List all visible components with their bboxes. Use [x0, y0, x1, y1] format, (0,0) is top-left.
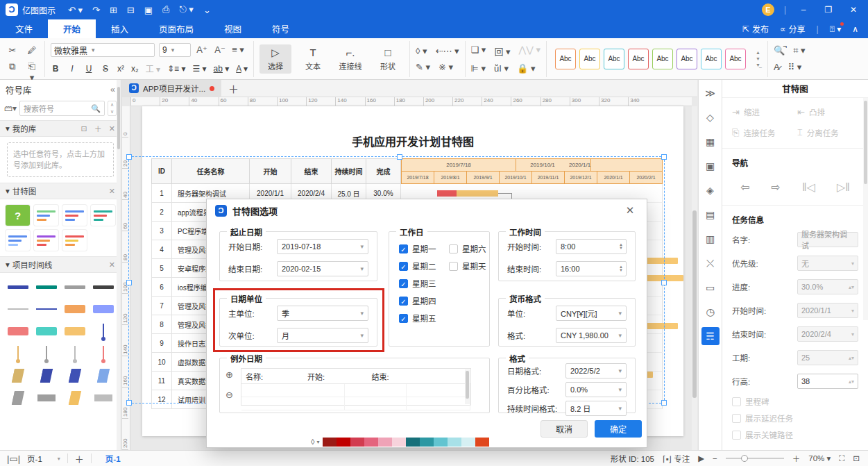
format-select[interactable]: 8.2 日▾ — [565, 401, 627, 416]
customize-toolbar-icon[interactable]: ⌄ — [203, 5, 211, 15]
navigation-arrow-icon[interactable]: ▷‖ — [837, 181, 850, 194]
fill-color-icon[interactable]: ◊ ▾ — [416, 46, 427, 56]
end-date-select[interactable]: 2020-02-15▾ — [277, 261, 368, 276]
distribute-icon[interactable]: ṻI ▾ — [494, 63, 509, 74]
dialog-close-icon[interactable]: ✕ — [622, 204, 638, 217]
style-swatch[interactable]: Abc — [652, 49, 673, 69]
color-swatch[interactable] — [323, 438, 337, 447]
right-strip-icon[interactable]: ▣ — [701, 157, 720, 175]
checkbox-icon[interactable]: ✓ — [399, 297, 408, 306]
font-size-select[interactable]: 9▾ — [159, 43, 191, 57]
library-menu-icon[interactable]: 🗃▾ — [4, 103, 17, 113]
color-dropdown-icon[interactable]: ▾ — [316, 439, 319, 445]
font-family-select[interactable]: 微软雅黑▾ — [51, 43, 155, 57]
copy-icon[interactable]: ⧉ — [6, 61, 19, 72]
italic-button[interactable]: I — [67, 64, 77, 74]
right-strip-icon[interactable]: ▭ — [701, 278, 720, 297]
timeline-symbol-thumbnail[interactable] — [34, 299, 58, 319]
color-swatch[interactable] — [475, 438, 489, 447]
increase-font-icon[interactable]: A⁺ — [195, 44, 209, 56]
menu-tab[interactable]: 页面布局 — [144, 19, 209, 38]
gallery-down-icon[interactable]: ▼ — [756, 56, 760, 61]
align-icon[interactable]: ≡ ▾ — [231, 44, 245, 56]
timeline-symbol-thumbnail[interactable] — [6, 366, 30, 385]
style-swatch[interactable]: Abc — [604, 49, 624, 69]
scroll-down-icon[interactable]: ∨ — [108, 108, 116, 115]
zoom-out-icon[interactable]: − — [713, 454, 717, 463]
weekend-checkbox-row[interactable]: 星期天 — [449, 260, 486, 272]
user-avatar[interactable]: E — [762, 3, 774, 16]
gantt-symbol-thumbnail[interactable] — [6, 230, 30, 251]
task-info-control[interactable]: 2020/2/4 ▾ — [797, 326, 858, 342]
print-icon[interactable]: ⎙ — [162, 4, 169, 15]
color-swatch[interactable] — [434, 438, 448, 447]
timeline-symbol-thumbnail[interactable] — [34, 277, 58, 297]
gantt-symbol-thumbnail[interactable] — [62, 230, 87, 251]
help-button[interactable]: ⍰ ▾ — [830, 24, 842, 34]
style-swatch[interactable]: Abc — [628, 49, 649, 69]
color-swatch[interactable] — [392, 438, 406, 447]
right-strip-icon[interactable]: ◇ — [701, 108, 720, 126]
find-replace-icon[interactable]: 🔍̚ — [774, 45, 785, 56]
highlight-button[interactable]: ab ▾ — [214, 64, 230, 74]
color-swatch[interactable] — [350, 438, 364, 447]
minor-unit-select[interactable]: 月▾ — [277, 328, 368, 343]
timeline-symbol-thumbnail[interactable] — [91, 277, 115, 297]
workday-checkbox-row[interactable]: ✓ 星期二 — [399, 260, 436, 272]
bold-button[interactable]: B — [51, 64, 60, 74]
timeline-symbol-thumbnail[interactable] — [6, 388, 30, 408]
task-structure-button[interactable]: ⇥ 缩进 — [732, 106, 793, 117]
zoom-slider[interactable] — [726, 458, 784, 459]
timeline-symbol-thumbnail[interactable] — [91, 299, 115, 319]
gallery-more-icon[interactable]: ▼̲ — [756, 63, 760, 67]
task-option-checkbox[interactable]: 里程碑 — [732, 396, 858, 407]
style-swatch[interactable]: Abc — [555, 49, 576, 69]
checkbox-icon[interactable] — [732, 414, 741, 423]
lock-icon[interactable]: 🔒 ▾ — [517, 63, 535, 74]
superscript-button[interactable]: x² — [117, 64, 124, 74]
add-exception-icon[interactable]: ⊕ — [225, 369, 233, 380]
underline-button[interactable]: U — [84, 64, 94, 74]
minimize-button[interactable]: – — [796, 5, 811, 15]
align-objects-icon[interactable]: ⊫ ▾ — [471, 63, 486, 74]
task-info-control[interactable]: 2020/1/1 ▾ — [797, 303, 858, 318]
right-strip-icon[interactable]: ◈ — [701, 181, 720, 199]
menu-tab[interactable]: 视图 — [209, 19, 257, 38]
checkbox-icon[interactable] — [449, 244, 458, 253]
right-strip-icon[interactable]: ⤬ — [701, 254, 720, 272]
workday-checkbox-row[interactable]: ✓ 星期一 — [399, 243, 436, 254]
checkbox-icon[interactable]: ✓ — [399, 262, 408, 271]
sidebar-scrollbar[interactable] — [117, 80, 121, 450]
right-strip-icon[interactable]: ▤ — [701, 206, 720, 224]
task-structure-button[interactable]: ⌶ 分离任务 — [797, 127, 858, 138]
gantt-symbol-thumbnail[interactable] — [34, 205, 58, 226]
right-strip-icon[interactable]: ▦ — [701, 133, 720, 151]
navigation-arrow-icon[interactable]: ⇦ — [740, 181, 749, 194]
page-overview-icon[interactable]: |▭| — [7, 453, 20, 464]
close-timeline-section-icon[interactable]: ✕ — [109, 260, 115, 269]
format-painter-icon[interactable]: 🖉 — [25, 45, 39, 56]
new-document-tab-button[interactable]: ＋ — [221, 81, 246, 96]
timeline-symbol-thumbnail[interactable] — [62, 344, 87, 363]
fill-bucket-icon[interactable]: ◊ — [311, 438, 314, 446]
shape-combine-icon[interactable]: ⠿ ▾ — [788, 62, 802, 72]
maximize-button[interactable]: ❐ — [821, 5, 836, 15]
zoom-level-select[interactable]: 70% ▾ — [808, 453, 831, 463]
import-library-icon[interactable]: ⊡ — [81, 124, 87, 133]
timeline-symbol-thumbnail[interactable] — [34, 344, 58, 363]
timeline-symbol-thumbnail[interactable] — [6, 277, 30, 297]
workday-checkbox-row[interactable]: ✓ 星期五 — [399, 313, 436, 324]
right-strip-icon[interactable]: ≫ — [701, 84, 720, 102]
checkbox-icon[interactable]: ✓ — [399, 244, 408, 253]
workday-checkbox-row[interactable]: ✓ 星期四 — [399, 295, 436, 306]
bring-forward-icon[interactable]: ❏ ▾ — [471, 44, 486, 58]
section-my-library[interactable]: ▾我的库 ⊡ ＋ ✕ — [0, 120, 121, 137]
cancel-button[interactable]: 取消 — [541, 420, 588, 438]
major-unit-select[interactable]: 季▾ — [277, 306, 368, 321]
task-info-control[interactable]: 服务器架构调试 — [797, 232, 858, 247]
timeline-symbol-thumbnail[interactable] — [91, 388, 115, 408]
menu-tab[interactable]: 符号 — [257, 19, 305, 38]
page-tab[interactable]: 页-1 — [99, 453, 128, 464]
strikethrough-button[interactable]: S — [101, 64, 110, 74]
task-bar-progress[interactable] — [437, 190, 498, 197]
